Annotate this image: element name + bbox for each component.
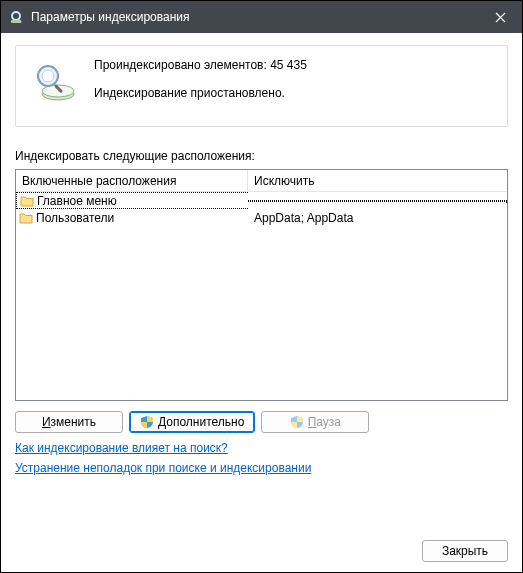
window-title: Параметры индексирования: [31, 10, 478, 24]
close-button[interactable]: [478, 1, 522, 33]
client-area: Проиндексировано элементов: 45 435 Индек…: [1, 33, 522, 572]
advanced-button[interactable]: Дополнительно: [129, 411, 255, 433]
title-bar[interactable]: Параметры индексирования: [1, 1, 522, 33]
shield-icon: [290, 415, 304, 429]
section-label: Индексировать следующие расположения:: [15, 149, 508, 163]
folder-icon: [20, 195, 34, 207]
indexed-count: Проиндексировано элементов: 45 435: [94, 58, 307, 72]
footer: Закрыть: [15, 532, 508, 562]
window-frame: Параметры индексирования Проиндексирован…: [0, 0, 523, 573]
list-item[interactable]: Главное меню: [16, 192, 507, 209]
item-name: Главное меню: [37, 194, 117, 208]
info-text: Проиндексировано элементов: 45 435 Индек…: [94, 58, 307, 114]
list-item[interactable]: Пользователи AppData; AppData: [16, 209, 507, 226]
svg-point-0: [12, 12, 20, 20]
modify-button[interactable]: Изменить: [15, 411, 123, 433]
item-exclude: [248, 200, 507, 202]
shield-icon: [140, 415, 154, 429]
pause-button: Пауза: [261, 411, 369, 433]
close-window-button[interactable]: Закрыть: [422, 540, 508, 562]
locations-list[interactable]: Включенные расположения Исключить Главно…: [15, 169, 508, 401]
svg-rect-2: [11, 20, 21, 23]
svg-point-6: [42, 70, 54, 82]
link-how-affects-search[interactable]: Как индексирование влияет на поиск?: [15, 441, 228, 455]
list-header: Включенные расположения Исключить: [16, 170, 507, 192]
link-troubleshoot[interactable]: Устранение неполадок при поиске и индекс…: [15, 461, 311, 475]
column-excluded[interactable]: Исключить: [248, 174, 507, 188]
item-exclude: AppData; AppData: [248, 211, 507, 225]
indexing-icon: [30, 58, 78, 106]
column-included[interactable]: Включенные расположения: [16, 170, 248, 191]
app-icon: [9, 9, 25, 25]
close-icon: [495, 12, 506, 23]
folder-icon: [19, 212, 33, 224]
info-panel: Проиндексировано элементов: 45 435 Индек…: [15, 45, 508, 127]
item-name: Пользователи: [36, 211, 114, 225]
button-row: Изменить Дополнительно Пауза: [15, 411, 508, 433]
help-links: Как индексирование влияет на поиск? Устр…: [15, 441, 508, 481]
indexing-status: Индексирование приостановлено.: [94, 86, 307, 100]
